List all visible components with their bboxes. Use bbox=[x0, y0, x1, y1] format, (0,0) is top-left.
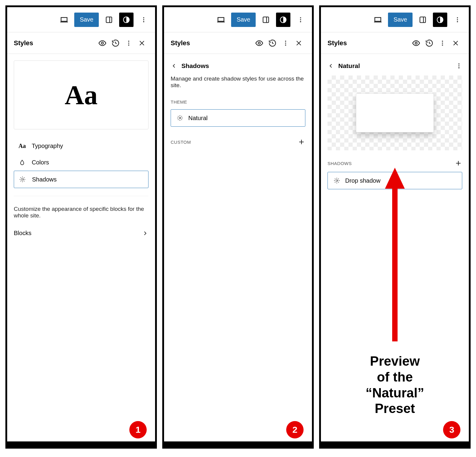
menu-colors-label: Colors bbox=[32, 159, 49, 166]
close-styles-button[interactable] bbox=[135, 37, 148, 50]
close-styles-button[interactable] bbox=[292, 37, 305, 50]
shadow-preview-canvas bbox=[328, 75, 462, 150]
save-button[interactable]: Save bbox=[388, 13, 413, 27]
breadcrumb: Natural bbox=[328, 60, 462, 75]
close-styles-button[interactable] bbox=[449, 37, 462, 50]
history-icon bbox=[111, 39, 120, 47]
footer-strip bbox=[164, 441, 312, 447]
revisions-button[interactable] bbox=[109, 37, 122, 50]
svg-rect-11 bbox=[218, 17, 224, 21]
svg-point-19 bbox=[285, 43, 286, 44]
eye-icon bbox=[98, 39, 107, 47]
device-preview-button[interactable] bbox=[57, 13, 71, 27]
blocks-description: Customize the appearance of specific blo… bbox=[14, 196, 148, 226]
svg-point-18 bbox=[285, 40, 286, 42]
breadcrumb: Shadows bbox=[171, 60, 305, 75]
styles-toggle-button[interactable] bbox=[119, 13, 134, 27]
svg-point-4 bbox=[143, 19, 144, 20]
styles-header: Styles bbox=[7, 32, 155, 54]
save-button[interactable]: Save bbox=[74, 13, 99, 27]
svg-point-29 bbox=[442, 40, 443, 42]
sun-icon bbox=[18, 176, 27, 183]
close-icon bbox=[138, 40, 145, 47]
panel-2: Save Styles Shadows bbox=[162, 5, 314, 449]
typography-icon: Aa bbox=[18, 143, 26, 149]
kebab-icon bbox=[297, 16, 304, 23]
theme-preset-natural[interactable]: Natural bbox=[171, 109, 305, 127]
back-button[interactable] bbox=[171, 63, 177, 69]
revisions-button[interactable] bbox=[423, 37, 436, 50]
step-badge-2: 2 bbox=[286, 421, 304, 438]
svg-point-10 bbox=[22, 178, 23, 180]
sidebar-toggle-button[interactable] bbox=[416, 13, 430, 27]
menu-shadows-label: Shadows bbox=[32, 176, 57, 183]
stylebook-button[interactable] bbox=[410, 37, 423, 50]
svg-point-25 bbox=[457, 17, 458, 18]
section-custom-label: CUSTOM bbox=[171, 135, 305, 149]
history-icon bbox=[425, 39, 433, 47]
stylebook-button[interactable] bbox=[253, 37, 266, 50]
stylebook-button[interactable] bbox=[96, 37, 109, 50]
panel-icon bbox=[419, 16, 427, 24]
kebab-icon bbox=[140, 16, 147, 23]
svg-point-31 bbox=[442, 44, 443, 46]
styles-title: Styles bbox=[328, 39, 410, 47]
history-icon bbox=[268, 39, 277, 47]
breadcrumb-title: Shadows bbox=[181, 62, 209, 69]
laptop-icon bbox=[216, 15, 225, 24]
kebab-icon bbox=[439, 40, 446, 46]
toolbar-more-button[interactable] bbox=[293, 13, 308, 27]
svg-point-9 bbox=[128, 44, 129, 46]
sidebar-toggle-button[interactable] bbox=[102, 13, 116, 27]
revisions-button[interactable] bbox=[266, 37, 279, 50]
plus-icon bbox=[454, 159, 462, 167]
svg-point-7 bbox=[128, 40, 129, 42]
toolbar-more-button[interactable] bbox=[450, 13, 465, 27]
styles-header: Styles bbox=[164, 32, 312, 54]
add-shadow-layer-button[interactable] bbox=[454, 159, 462, 167]
styles-more-button[interactable] bbox=[122, 37, 135, 50]
menu-shadows[interactable]: Shadows bbox=[14, 171, 148, 188]
annotation-text: Preview of the “Natural” Preset bbox=[321, 353, 469, 417]
shadows-description: Manage and create shadow styles for use … bbox=[171, 75, 305, 96]
svg-point-34 bbox=[458, 67, 460, 69]
svg-point-6 bbox=[101, 42, 104, 44]
step-badge-1: 1 bbox=[129, 421, 147, 438]
chevron-right-icon bbox=[142, 230, 148, 237]
save-button[interactable]: Save bbox=[231, 13, 256, 27]
styles-more-button[interactable] bbox=[436, 37, 449, 50]
preset-more-button[interactable] bbox=[456, 63, 462, 69]
svg-point-30 bbox=[442, 43, 443, 44]
sidebar-toggle-button[interactable] bbox=[259, 13, 273, 27]
eye-icon bbox=[255, 39, 263, 47]
panel-icon bbox=[105, 16, 113, 24]
eye-icon bbox=[412, 39, 420, 47]
section-shadows-label: SHADOWS bbox=[328, 156, 462, 170]
svg-point-5 bbox=[143, 21, 144, 22]
back-button[interactable] bbox=[328, 63, 334, 69]
styles-toggle-button[interactable] bbox=[276, 13, 290, 27]
chevron-left-icon bbox=[171, 63, 177, 69]
svg-point-33 bbox=[458, 65, 460, 66]
toolbar-more-button[interactable] bbox=[137, 13, 151, 27]
styles-more-button[interactable] bbox=[279, 37, 292, 50]
styles-toggle-button[interactable] bbox=[433, 13, 447, 27]
blocks-link-label: Blocks bbox=[14, 230, 31, 237]
add-custom-shadow-button[interactable] bbox=[298, 138, 305, 146]
svg-point-15 bbox=[300, 19, 301, 20]
annotation-arrow bbox=[381, 168, 408, 347]
laptop-icon bbox=[60, 15, 69, 24]
menu-colors[interactable]: Colors bbox=[14, 154, 148, 171]
device-preview-button[interactable] bbox=[371, 13, 385, 27]
svg-point-20 bbox=[285, 44, 286, 46]
step-badge-3: 3 bbox=[443, 421, 460, 438]
plus-icon bbox=[298, 138, 305, 146]
blocks-link[interactable]: Blocks bbox=[14, 226, 148, 240]
svg-point-28 bbox=[415, 42, 417, 44]
top-toolbar: Save bbox=[7, 7, 155, 32]
menu-typography[interactable]: Aa Typography bbox=[14, 138, 148, 154]
shadow-layer-drop-shadow[interactable]: Drop shadow bbox=[328, 172, 462, 189]
arrow-icon bbox=[381, 168, 408, 347]
device-preview-button[interactable] bbox=[214, 13, 228, 27]
contrast-icon bbox=[122, 16, 130, 24]
